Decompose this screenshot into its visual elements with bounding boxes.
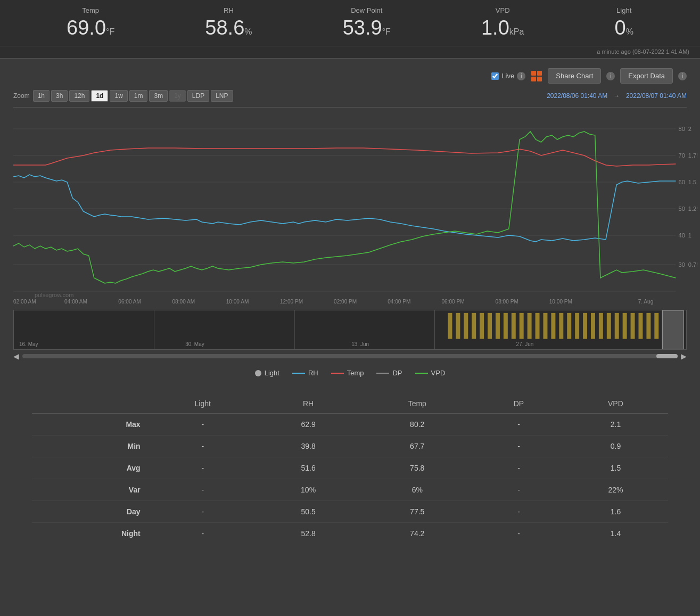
svg-rect-50 bbox=[559, 313, 563, 339]
row-rh: 50.5 bbox=[257, 501, 360, 523]
row-light: - bbox=[149, 523, 257, 545]
legend-dp-label: DP bbox=[392, 369, 402, 377]
dewpoint-value: 53.9 bbox=[343, 17, 382, 39]
svg-rect-62 bbox=[654, 313, 658, 339]
svg-rect-37 bbox=[456, 313, 460, 339]
table-row: Night - 52.8 74.2 - 1.4 bbox=[32, 523, 668, 545]
scroll-thumb[interactable] bbox=[656, 354, 678, 358]
svg-rect-56 bbox=[607, 313, 611, 339]
table-header-row: Light RH Temp DP VPD bbox=[32, 394, 668, 414]
row-vpd: 1.4 bbox=[563, 523, 668, 545]
svg-text:40: 40 bbox=[679, 232, 685, 239]
legend-vpd-icon bbox=[415, 373, 428, 374]
svg-rect-61 bbox=[646, 313, 650, 339]
live-checkbox[interactable] bbox=[491, 72, 499, 80]
th-rh: RH bbox=[257, 394, 360, 414]
dewpoint-label: Dew Point bbox=[343, 6, 391, 14]
legend-temp: Temp bbox=[331, 369, 364, 377]
row-temp: 77.5 bbox=[360, 501, 474, 523]
row-vpd: 1.5 bbox=[563, 457, 668, 479]
share-chart-button[interactable]: Share Chart bbox=[548, 68, 601, 84]
watermark-label: pulsegrow.com bbox=[24, 291, 84, 299]
zoom-3m[interactable]: 3m bbox=[149, 90, 168, 102]
svg-text:12:00 PM: 12:00 PM bbox=[280, 299, 303, 305]
row-dp: - bbox=[474, 523, 563, 545]
svg-rect-48 bbox=[543, 313, 547, 339]
svg-rect-44 bbox=[512, 313, 516, 339]
temp-value: 69.0 bbox=[67, 17, 106, 39]
export-data-button[interactable]: Export Data bbox=[620, 68, 673, 84]
row-light: - bbox=[149, 479, 257, 501]
live-info-icon[interactable]: i bbox=[517, 72, 525, 80]
zoom-1d[interactable]: 1d bbox=[91, 90, 108, 102]
chart-container: Live i Share Chart i Export Data i Zoom … bbox=[0, 59, 700, 389]
row-vpd: 1.6 bbox=[563, 501, 668, 523]
th-vpd: VPD bbox=[563, 394, 668, 414]
svg-rect-60 bbox=[638, 313, 643, 339]
scroll-right-arrow[interactable]: ▶ bbox=[681, 352, 687, 360]
scroll-track[interactable] bbox=[22, 354, 678, 358]
zoom-1h[interactable]: 1h bbox=[33, 90, 50, 102]
zoom-1m[interactable]: 1m bbox=[129, 90, 148, 102]
zoom-12h[interactable]: 12h bbox=[69, 90, 89, 102]
scrollbar-row: ◀ ▶ bbox=[8, 350, 692, 363]
row-temp: 80.2 bbox=[360, 414, 474, 436]
zoom-lnp[interactable]: LNP bbox=[211, 90, 233, 102]
zoom-row: Zoom 1h 3h 12h 1d 1w 1m 3m 1y LDP LNP 20… bbox=[8, 88, 692, 105]
vpd-value: 1.0 bbox=[481, 17, 509, 39]
zoom-ldp[interactable]: LDP bbox=[187, 90, 209, 102]
export-info-icon[interactable]: i bbox=[678, 72, 687, 80]
vpd-unit: kPa bbox=[509, 27, 524, 36]
row-temp: 75.8 bbox=[360, 457, 474, 479]
svg-text:0.75: 0.75 bbox=[688, 261, 697, 268]
row-light: - bbox=[149, 457, 257, 479]
zoom-1w[interactable]: 1w bbox=[110, 90, 127, 102]
expand-icon[interactable] bbox=[531, 70, 542, 82]
row-label: Max bbox=[32, 414, 149, 436]
stat-rh: RH 58.6% bbox=[205, 6, 252, 39]
row-rh: 52.8 bbox=[257, 523, 360, 545]
svg-text:10:00 AM: 10:00 AM bbox=[226, 299, 249, 305]
svg-text:50: 50 bbox=[679, 206, 685, 212]
light-unit: % bbox=[626, 27, 633, 36]
svg-rect-45 bbox=[520, 313, 524, 339]
chart-svg: 80 70 60 50 40 30 2 1.75 1.5 1.25 1 0.75… bbox=[13, 108, 697, 310]
svg-text:80: 80 bbox=[679, 126, 685, 132]
table-row: Day - 50.5 77.5 - 1.6 bbox=[32, 501, 668, 523]
svg-text:1.5: 1.5 bbox=[688, 179, 696, 185]
share-info-icon[interactable]: i bbox=[606, 72, 615, 80]
svg-rect-59 bbox=[631, 313, 635, 339]
row-rh: 51.6 bbox=[257, 457, 360, 479]
scroll-left-arrow[interactable]: ◀ bbox=[13, 352, 19, 360]
row-temp: 6% bbox=[360, 479, 474, 501]
zoom-3h[interactable]: 3h bbox=[51, 90, 68, 102]
nav-label-30may: 30. May bbox=[185, 341, 204, 347]
stat-light: Light 0% bbox=[615, 6, 633, 39]
table-row: Var - 10% 6% - 22% bbox=[32, 479, 668, 501]
row-label: Avg bbox=[32, 457, 149, 479]
th-dp: DP bbox=[474, 394, 563, 414]
stat-dewpoint: Dew Point 53.9°F bbox=[343, 6, 391, 39]
chart-area[interactable]: 80 70 60 50 40 30 2 1.75 1.5 1.25 1 0.75… bbox=[13, 108, 697, 310]
legend-temp-label: Temp bbox=[347, 369, 364, 377]
table-row: Min - 39.8 67.7 - 0.9 bbox=[32, 436, 668, 457]
legend-light-label: Light bbox=[265, 369, 279, 377]
row-vpd: 22% bbox=[563, 479, 668, 501]
svg-rect-41 bbox=[488, 313, 492, 339]
svg-rect-51 bbox=[567, 313, 571, 339]
svg-text:06:00 PM: 06:00 PM bbox=[441, 299, 464, 305]
row-dp: - bbox=[474, 501, 563, 523]
svg-text:08:00 PM: 08:00 PM bbox=[496, 299, 518, 305]
legend-rh: RH bbox=[292, 369, 318, 377]
navigator[interactable]: 16. May 30. May 13. Jun 27. Jun bbox=[13, 310, 687, 350]
th-light: Light bbox=[149, 394, 257, 414]
legend-light-icon bbox=[255, 370, 261, 376]
svg-text:1.25: 1.25 bbox=[688, 206, 697, 212]
zoom-label: Zoom bbox=[13, 92, 30, 100]
stats-table: Light RH Temp DP VPD Max - 62.9 80.2 - 2… bbox=[32, 394, 668, 544]
zoom-1y[interactable]: 1y bbox=[169, 90, 186, 102]
th-temp: Temp bbox=[360, 394, 474, 414]
svg-rect-40 bbox=[480, 313, 484, 339]
nav-label-16may: 16. May bbox=[19, 341, 38, 347]
row-rh: 10% bbox=[257, 479, 360, 501]
